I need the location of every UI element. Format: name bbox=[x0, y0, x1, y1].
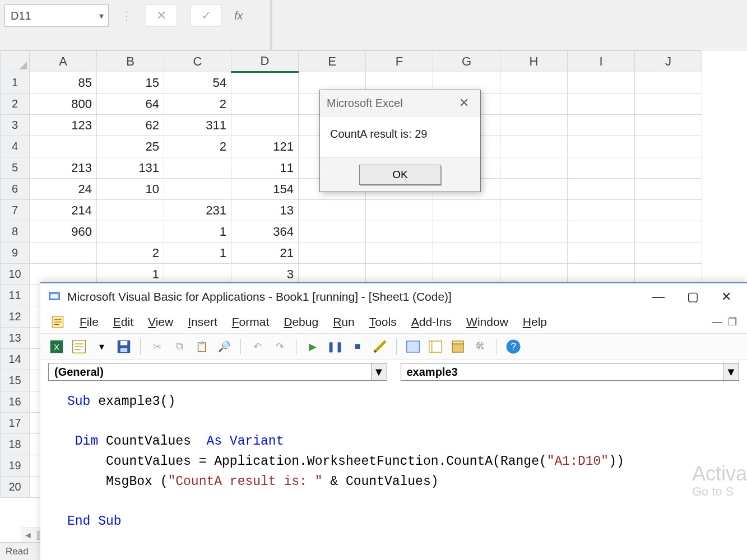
row-header[interactable]: 3 bbox=[1, 115, 30, 136]
cell[interactable]: 13 bbox=[231, 200, 299, 221]
cell[interactable]: 1 bbox=[97, 264, 164, 285]
column-header[interactable]: B bbox=[97, 51, 164, 72]
fx-label[interactable]: fx bbox=[234, 4, 243, 27]
cell[interactable] bbox=[568, 242, 635, 264]
cell[interactable] bbox=[568, 264, 635, 285]
cell[interactable] bbox=[635, 200, 702, 221]
cell[interactable]: 121 bbox=[231, 136, 299, 157]
cell[interactable] bbox=[366, 242, 433, 264]
cell[interactable] bbox=[568, 94, 635, 115]
cell[interactable]: 24 bbox=[30, 179, 97, 200]
cell[interactable]: 800 bbox=[30, 94, 97, 115]
paste-icon[interactable]: 📋 bbox=[193, 338, 210, 355]
scroll-left-icon[interactable]: ◄ bbox=[21, 530, 35, 540]
cell[interactable] bbox=[568, 136, 635, 157]
cell[interactable] bbox=[568, 179, 635, 200]
design-mode-icon[interactable] bbox=[372, 338, 388, 355]
cell[interactable]: 960 bbox=[30, 221, 97, 242]
cell[interactable] bbox=[635, 264, 702, 285]
help-icon[interactable]: ? bbox=[505, 338, 522, 355]
dropdown-icon[interactable]: ▾ bbox=[93, 338, 110, 355]
close-icon[interactable]: ✕ bbox=[713, 286, 739, 307]
redo-icon[interactable]: ↷ bbox=[271, 338, 288, 355]
cell[interactable] bbox=[366, 264, 433, 285]
row-header[interactable]: 5 bbox=[1, 157, 30, 179]
cell[interactable] bbox=[500, 200, 568, 221]
cell[interactable]: 10 bbox=[97, 179, 164, 200]
chevron-down-icon[interactable]: ▼ bbox=[371, 363, 387, 380]
insert-module-icon[interactable] bbox=[71, 338, 87, 355]
cell[interactable]: 311 bbox=[164, 115, 231, 136]
procedure-dropdown[interactable]: example3 ▼ bbox=[401, 363, 740, 381]
object-dropdown[interactable]: (General) ▼ bbox=[48, 363, 387, 381]
row-header[interactable]: 7 bbox=[1, 200, 30, 221]
menu-view[interactable]: View bbox=[148, 315, 173, 329]
cell[interactable] bbox=[500, 179, 568, 200]
cell[interactable] bbox=[635, 242, 702, 264]
find-icon[interactable]: 🔎 bbox=[216, 338, 233, 355]
cell[interactable]: 1 bbox=[164, 242, 231, 264]
row-header[interactable]: 2 bbox=[1, 94, 30, 115]
menu-insert[interactable]: Insert bbox=[188, 315, 217, 329]
object-browser-icon[interactable] bbox=[449, 338, 466, 355]
cell[interactable] bbox=[164, 157, 231, 179]
cell[interactable] bbox=[97, 200, 164, 221]
cell[interactable] bbox=[299, 264, 366, 285]
row-header[interactable]: 10 bbox=[1, 264, 30, 285]
cut-icon[interactable]: ✂ bbox=[149, 338, 165, 355]
cell[interactable] bbox=[366, 221, 433, 242]
cell[interactable] bbox=[635, 94, 702, 115]
break-icon[interactable]: ❚❚ bbox=[327, 338, 344, 355]
row-header[interactable]: 12 bbox=[1, 306, 30, 328]
row-header[interactable]: 20 bbox=[1, 477, 30, 498]
cell[interactable] bbox=[568, 200, 635, 221]
cell[interactable] bbox=[433, 242, 500, 264]
ok-button[interactable]: OK bbox=[359, 165, 441, 185]
undo-icon[interactable]: ↶ bbox=[249, 338, 266, 355]
cell[interactable] bbox=[231, 115, 299, 136]
mdi-restore-icon[interactable]: ❐ bbox=[728, 316, 737, 328]
cell[interactable] bbox=[500, 115, 568, 136]
cell[interactable] bbox=[635, 72, 702, 94]
cell[interactable]: 54 bbox=[164, 72, 231, 94]
cell[interactable] bbox=[299, 200, 366, 221]
column-header[interactable]: I bbox=[568, 51, 635, 72]
menu-file[interactable]: File bbox=[80, 315, 99, 329]
chevron-down-icon[interactable]: ▼ bbox=[723, 363, 739, 380]
menu-format[interactable]: Format bbox=[232, 315, 270, 329]
code-pane[interactable]: Sub example3() Dim CountValues As Varian… bbox=[40, 384, 747, 531]
cell[interactable]: 2 bbox=[97, 242, 164, 264]
cell[interactable] bbox=[30, 264, 97, 285]
name-box-dropdown-icon[interactable]: ▾ bbox=[95, 5, 108, 26]
cell[interactable]: 231 bbox=[164, 200, 231, 221]
cell[interactable]: 11 bbox=[231, 157, 299, 179]
cell[interactable]: 213 bbox=[30, 157, 97, 179]
column-header[interactable]: A bbox=[30, 51, 97, 72]
cell[interactable] bbox=[568, 157, 635, 179]
cell[interactable] bbox=[500, 264, 568, 285]
menu-window[interactable]: Window bbox=[466, 315, 508, 329]
cell[interactable] bbox=[568, 115, 635, 136]
view-excel-icon[interactable]: X bbox=[48, 338, 65, 355]
row-header[interactable]: 11 bbox=[1, 285, 30, 306]
save-icon[interactable] bbox=[115, 338, 132, 355]
cell[interactable] bbox=[97, 221, 164, 242]
cell[interactable] bbox=[635, 157, 702, 179]
mdi-minimize-icon[interactable]: — bbox=[712, 316, 722, 328]
cell[interactable] bbox=[568, 221, 635, 242]
cell[interactable] bbox=[299, 221, 366, 242]
cell[interactable] bbox=[231, 72, 299, 94]
cell[interactable] bbox=[366, 200, 433, 221]
cell[interactable]: 64 bbox=[97, 94, 164, 115]
cell[interactable] bbox=[164, 264, 231, 285]
row-header[interactable]: 1 bbox=[1, 72, 30, 94]
column-header[interactable]: C bbox=[164, 51, 231, 72]
cell[interactable]: 21 bbox=[231, 242, 299, 264]
maximize-icon[interactable]: ▢ bbox=[679, 286, 707, 307]
cell[interactable]: 25 bbox=[97, 136, 164, 157]
row-header[interactable]: 14 bbox=[1, 349, 30, 370]
cell[interactable] bbox=[500, 136, 568, 157]
cell[interactable] bbox=[568, 72, 635, 94]
reset-icon[interactable]: ■ bbox=[349, 338, 366, 355]
row-header[interactable]: 17 bbox=[1, 413, 30, 434]
